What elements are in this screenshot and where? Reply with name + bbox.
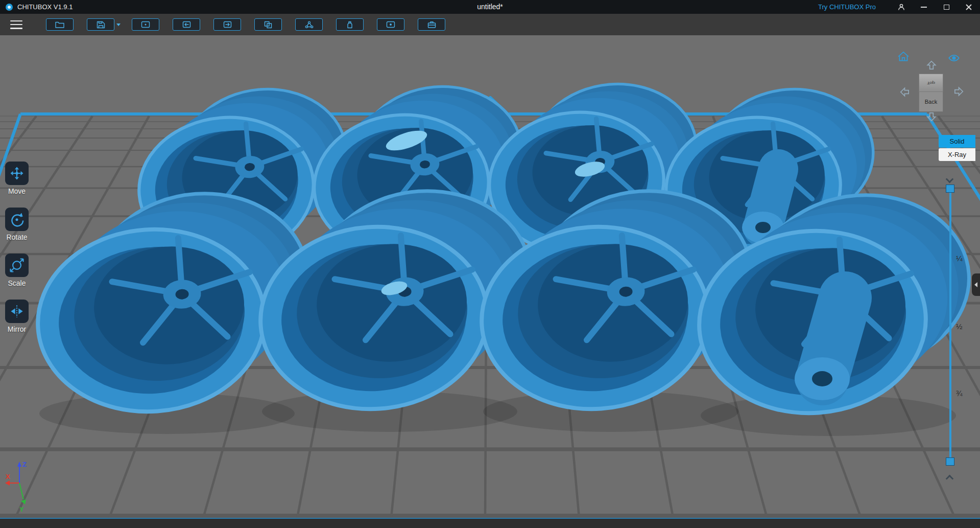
scale-icon — [9, 258, 25, 273]
clip-marker-quarter: ¼ — [956, 254, 963, 263]
clip-slider-upper-handle[interactable] — [946, 185, 954, 193]
move-out-button[interactable] — [213, 18, 241, 31]
rotate-view-up-button[interactable] — [926, 60, 937, 71]
copy-icon — [264, 21, 272, 29]
settings-panel-toggle[interactable] — [972, 273, 980, 296]
model-row-front[interactable] — [30, 184, 978, 421]
move-icon — [9, 166, 25, 181]
scene-canvas[interactable] — [0, 35, 980, 518]
chitubox-window: CHITUBOX V1.9.1 untitled* Try CHITUBOX P… — [0, 0, 980, 528]
toolbox-icon — [427, 21, 436, 28]
move-button[interactable] — [5, 162, 29, 185]
mirror-button[interactable] — [5, 300, 29, 323]
viewport-3d[interactable]: Move Rotate Scale — [0, 35, 980, 518]
home-view-button[interactable] — [897, 51, 910, 62]
axis-gizmo: Z X Y — [5, 452, 46, 514]
box-arrow-left-icon — [182, 21, 191, 28]
copy-button[interactable] — [254, 18, 282, 31]
arrow-left-small-icon — [974, 282, 977, 287]
maximize-icon — [944, 5, 949, 10]
tool-rotate[interactable]: Rotate — [1, 208, 33, 241]
open-folder-icon — [55, 21, 65, 29]
tool-move[interactable]: Move — [1, 162, 33, 195]
axis-y-label: Y — [19, 506, 24, 513]
arrow-down-icon — [927, 113, 935, 121]
app-logo-icon — [5, 3, 13, 11]
select-region-icon — [141, 21, 150, 28]
tool-scale-label: Scale — [1, 279, 33, 287]
auto-arrange-icon — [305, 21, 314, 29]
open-file-button[interactable] — [46, 18, 74, 31]
resin-bottle-icon — [346, 21, 353, 29]
view-cube-front-face[interactable]: Back — [919, 92, 943, 112]
save-group — [87, 18, 121, 31]
app-title: CHITUBOX V1.9.1 — [17, 3, 73, 11]
tool-scale[interactable]: Scale — [1, 254, 33, 287]
clip-marker-half: ½ — [956, 322, 963, 331]
close-button[interactable] — [958, 0, 980, 14]
toolbox-button[interactable] — [418, 18, 445, 31]
clip-marker-three-quarter: ¾ — [956, 389, 963, 398]
minimize-button[interactable] — [913, 0, 935, 14]
home-icon — [898, 52, 909, 61]
save-icon — [97, 21, 105, 29]
user-icon — [897, 3, 905, 11]
try-pro-link[interactable]: Try CHITUBOX Pro — [818, 3, 876, 11]
visibility-button[interactable] — [947, 54, 961, 62]
hollow-button[interactable] — [377, 18, 404, 31]
scale-button[interactable] — [5, 254, 29, 277]
title-bar: CHITUBOX V1.9.1 untitled* Try CHITUBOX P… — [0, 0, 980, 14]
arrow-up-icon — [927, 61, 935, 69]
view-cube-top-face[interactable]: Top — [919, 74, 943, 92]
render-mode-xray-button[interactable]: X-Ray — [939, 148, 975, 161]
rotate-button[interactable] — [5, 208, 29, 231]
user-account-button[interactable] — [890, 0, 913, 14]
rotate-view-right-button[interactable] — [953, 86, 964, 97]
clip-slider-track[interactable] — [949, 188, 951, 462]
tool-mirror-label: Mirror — [1, 325, 33, 333]
clip-slider-lower-handle[interactable] — [946, 457, 954, 466]
view-cube[interactable]: Top Back — [919, 74, 943, 112]
main-toolbar — [0, 14, 980, 35]
save-dropdown-caret[interactable] — [116, 24, 121, 26]
auto-arrange-button[interactable] — [295, 18, 323, 31]
menu-button[interactable] — [10, 20, 22, 29]
tool-move-label: Move — [1, 187, 33, 195]
hollow-icon — [386, 21, 395, 28]
box-arrow-right-icon — [223, 21, 232, 28]
axis-x-label: X — [6, 473, 10, 480]
status-bar — [0, 518, 980, 528]
rotate-view-down-button[interactable] — [926, 111, 937, 122]
mirror-icon — [9, 304, 25, 319]
tool-mirror[interactable]: Mirror — [1, 300, 33, 333]
axis-z-label: Z — [22, 461, 27, 468]
arrow-right-icon — [955, 87, 963, 95]
render-mode-solid-button[interactable]: Solid — [939, 135, 975, 148]
move-in-button[interactable] — [173, 18, 200, 31]
eye-icon — [949, 55, 959, 61]
rotate-view-left-button[interactable] — [899, 86, 911, 98]
arrow-left-icon — [901, 88, 909, 96]
resin-button[interactable] — [336, 18, 364, 31]
tool-rotate-label: Rotate — [1, 233, 33, 241]
select-region-button[interactable] — [132, 18, 159, 31]
rotate-icon — [9, 212, 25, 227]
close-icon — [966, 4, 972, 10]
save-button[interactable] — [87, 18, 114, 31]
minimize-icon — [921, 7, 927, 8]
maximize-button[interactable] — [935, 0, 958, 14]
